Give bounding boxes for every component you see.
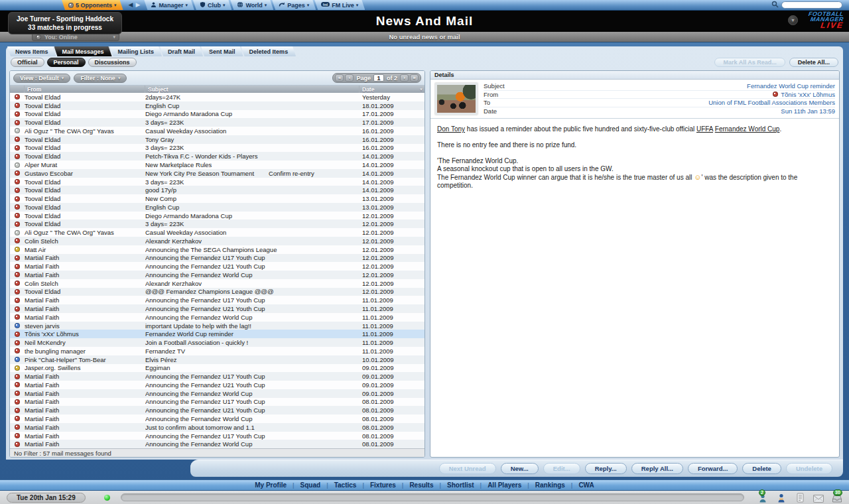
menu-tab-manager[interactable]: Manager▾ bbox=[144, 0, 194, 10]
from-column-header[interactable]: From bbox=[25, 86, 145, 93]
mail-row[interactable]: Tooval Eldadgood 17y/p14.01.2009 bbox=[10, 186, 424, 194]
mail-row[interactable]: Martial FaithAnnouncing the Fernandez U2… bbox=[10, 381, 424, 389]
mail-row[interactable]: Tooval EldadNew Comp13.01.2009 bbox=[10, 194, 424, 203]
mail-row[interactable]: Tooval EldadDiego Armando Maradona Cup17… bbox=[10, 110, 424, 119]
nav-item-shortlist[interactable]: Shortlist bbox=[441, 481, 480, 489]
page-number-input[interactable] bbox=[373, 74, 384, 82]
mail-row[interactable]: Martial FaithAnnouncing the Fernandez U1… bbox=[10, 296, 424, 304]
nav-item-my-profile[interactable]: My Profile bbox=[249, 481, 293, 489]
mail-row[interactable]: Tooval EldadDiego Armando Maradona Cup12… bbox=[10, 212, 424, 220]
field-value-link[interactable]: Sun 11th Jan 13:59 bbox=[781, 107, 835, 115]
mail-row[interactable]: Ali Oguz " The CWA Org" YavasCasual Week… bbox=[10, 127, 424, 135]
mail-row[interactable]: Tooval EldadTony Gray16.01.2009 bbox=[10, 135, 424, 144]
mail-row[interactable]: Martial FaithAnnouncing the Fernandez U1… bbox=[10, 254, 424, 263]
forward-icon[interactable]: ▶ bbox=[135, 2, 140, 8]
mail-row[interactable]: Tooval Eldad3 days= 223K14.01.2009 bbox=[10, 178, 424, 186]
mail-row[interactable]: Martial FaithAnnouncing the Fernandez U1… bbox=[10, 398, 424, 407]
body-link[interactable]: Don Tony bbox=[437, 125, 465, 133]
view-dropdown[interactable]: View : Default▾ bbox=[13, 74, 70, 83]
prev-page-button[interactable]: ‹ bbox=[345, 74, 354, 82]
mail-row[interactable]: Martial FaithAnnouncing the Fernandez Wo… bbox=[10, 440, 424, 448]
mail-row[interactable]: Matt AirAnnouncing the The SEGA Champion… bbox=[10, 245, 424, 254]
mail-row[interactable]: Colin StelchAlexandr Kerzhakov12.01.2009 bbox=[10, 279, 424, 288]
field-value-link[interactable]: Fernandez World Cup reminder bbox=[747, 82, 835, 90]
tab-news-items[interactable]: News Items bbox=[7, 46, 56, 56]
mail-row[interactable]: Martial FaithAnnouncing the Fernandez U1… bbox=[10, 432, 424, 440]
inbox-tray-icon[interactable]: 30 bbox=[832, 493, 842, 503]
tab-mailing-lists[interactable]: Mailing Lists bbox=[110, 46, 163, 56]
mail-row[interactable]: Colin StelchAlexandr Kerzhakov12.01.2009 bbox=[10, 237, 424, 245]
next-page-button[interactable]: › bbox=[400, 74, 409, 82]
reply-button[interactable]: Reply... bbox=[585, 463, 627, 474]
mail-row[interactable]: Martial FaithAnnouncing the Fernandez U1… bbox=[10, 372, 424, 381]
nav-item-fixtures[interactable]: Fixtures bbox=[364, 481, 402, 489]
mail-row[interactable]: Tooval EldadPetch-Tikva F.C - Wonder Kid… bbox=[10, 152, 424, 160]
mail-row[interactable]: Tooval Eldad3 days= 223K17.01.2009 bbox=[10, 118, 424, 127]
mail-row[interactable]: Martial FaithJust to confirm about tomor… bbox=[10, 423, 424, 432]
subtab-personal[interactable]: Personal bbox=[47, 58, 86, 67]
field-value-link[interactable]: Union of FML Football Associations Membe… bbox=[708, 99, 835, 106]
mail-row[interactable]: Ali Oguz " The CWA Org" YavasCasual Week… bbox=[10, 228, 424, 237]
chat-users-icon[interactable]: 2 bbox=[757, 493, 768, 503]
mail-row[interactable]: Gustavo EscobarNew York City Pre Season … bbox=[10, 169, 424, 178]
last-page-button[interactable]: » bbox=[410, 74, 419, 82]
user-status-box[interactable]: Joe Turner - Sporting Haddock 33 matches… bbox=[8, 12, 122, 34]
subtab-official[interactable]: Official bbox=[11, 58, 44, 67]
menu-tab-club[interactable]: Club▾ bbox=[193, 0, 232, 10]
filter-dropdown[interactable]: Filter : None▾ bbox=[74, 74, 127, 83]
tab-draft-mail[interactable]: Draft Mail bbox=[160, 46, 203, 56]
delete-button[interactable]: Delete bbox=[742, 463, 781, 474]
body-link[interactable]: UFFA bbox=[696, 125, 713, 133]
menu-tab-pages[interactable]: Pages▾ bbox=[272, 0, 316, 10]
reply-all-button[interactable]: Reply All... bbox=[631, 463, 683, 474]
mail-row[interactable]: Tõnis 'xXx' LõhmusFernandez World Cup re… bbox=[10, 330, 424, 338]
game-datetime[interactable]: Tue 20th Jan 15:29 bbox=[7, 493, 86, 503]
user-icon[interactable] bbox=[776, 493, 787, 503]
mail-row[interactable]: Tooval Eldad2days=247KYesterday bbox=[10, 93, 424, 101]
field-value-link[interactable]: Tõnis 'xXx' Lõhmus bbox=[773, 91, 835, 98]
envelope-icon[interactable] bbox=[813, 493, 824, 503]
mail-row[interactable]: Tooval Eldad3 days= 223K12.01.2009 bbox=[10, 220, 424, 228]
mail-row[interactable]: Martial FaithAnnouncing the Fernandez Wo… bbox=[10, 414, 424, 423]
mail-row[interactable]: Tooval EldadEnglish Cup18.01.2009 bbox=[10, 101, 424, 110]
nav-item-rankings[interactable]: Rankings bbox=[529, 481, 571, 489]
nav-item-all-players[interactable]: All Players bbox=[482, 481, 527, 489]
nav-item-results[interactable]: Results bbox=[403, 481, 439, 489]
tab-sent-mail[interactable]: Sent Mail bbox=[201, 46, 243, 56]
mail-row[interactable]: Tooval Eldad@@@ Fernandez Champions Leag… bbox=[10, 288, 424, 296]
nav-item-tactics[interactable]: Tactics bbox=[328, 481, 363, 489]
forward-button[interactable]: Forward... bbox=[688, 463, 738, 474]
column-menu-icon[interactable]: ▼ bbox=[419, 88, 423, 92]
mail-row[interactable]: Martial FaithAnnouncing the Fernandez Wo… bbox=[10, 313, 424, 322]
mail-row[interactable]: Martial FaithAnnouncing the Fernandez U2… bbox=[10, 406, 424, 414]
nav-item-squad[interactable]: Squad bbox=[294, 481, 327, 489]
mail-row[interactable]: Alper MuratNew Marketplace Rules14.01.20… bbox=[10, 160, 424, 169]
subtab-discussions[interactable]: Discussions bbox=[88, 58, 137, 67]
new-button[interactable]: New... bbox=[501, 463, 539, 474]
mail-row[interactable]: Martial FaithAnnouncing the Fernandez U2… bbox=[10, 262, 424, 271]
menu-tab-fm-live[interactable]: fmlFM Live▾ bbox=[314, 0, 365, 10]
mail-row[interactable]: Martial FaithAnnouncing the Fernandez Wo… bbox=[10, 389, 424, 398]
mail-row[interactable]: Tooval EldadEnglish Cup13.01.2009 bbox=[10, 203, 424, 212]
collapse-header-button[interactable]: ▼ bbox=[788, 15, 798, 25]
opponents-tab[interactable]: 5 Opponents ▾ bbox=[62, 0, 123, 10]
nav-item-cwa[interactable]: CWA bbox=[572, 481, 600, 489]
date-column-header[interactable]: Date▼ bbox=[359, 86, 424, 93]
mail-row[interactable]: Jasper.org. SwillensEggiman09.01.2009 bbox=[10, 364, 424, 373]
first-page-button[interactable]: « bbox=[335, 74, 344, 82]
mail-row[interactable]: Martial FaithAnnouncing the Fernandez Wo… bbox=[10, 271, 424, 279]
body-link[interactable]: Fernandez World Cup bbox=[715, 125, 780, 133]
mail-row[interactable]: the bungling managerFernandez TV11.01.20… bbox=[10, 347, 424, 355]
delete-all-button[interactable]: Delete All... bbox=[789, 58, 838, 67]
mail-row[interactable]: Tooval Eldad3 days= 223K16.01.2009 bbox=[10, 144, 424, 153]
search-input[interactable] bbox=[781, 1, 842, 9]
mail-row[interactable]: Neil McKendryJoin a Football Association… bbox=[10, 338, 424, 347]
tab-mail-messages[interactable]: Mail Messages bbox=[54, 46, 112, 56]
tab-deleted-items[interactable]: Deleted Items bbox=[241, 46, 296, 56]
mail-row[interactable]: Martial FaithAnnouncing the Fernandez U2… bbox=[10, 304, 424, 313]
subject-column-header[interactable]: Subject bbox=[145, 86, 359, 93]
menu-tab-world[interactable]: World▾ bbox=[230, 0, 273, 10]
mail-row[interactable]: steven jarvisimportant Update to help wi… bbox=[10, 322, 424, 330]
clipboard-icon[interactable] bbox=[795, 493, 805, 503]
back-icon[interactable]: ◀ bbox=[129, 2, 133, 8]
